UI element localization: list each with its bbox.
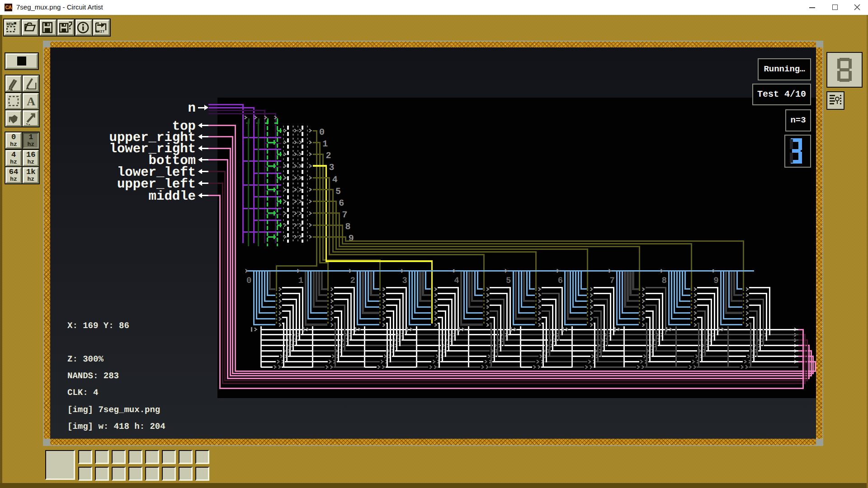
svg-text:9: 9 — [349, 234, 354, 244]
svg-text:4: 4 — [332, 175, 338, 185]
svg-text:n: n — [188, 101, 196, 116]
svg-text:Z: 300%: Z: 300% — [67, 354, 104, 364]
svg-text:8: 8 — [661, 276, 666, 286]
svg-text:1: 1 — [322, 139, 328, 150]
svg-text:5: 5 — [335, 187, 341, 197]
svg-text:3: 3 — [329, 163, 335, 173]
svg-text:8: 8 — [345, 222, 351, 232]
svg-text:5: 5 — [506, 276, 511, 286]
svg-text:[img] 7seg_mux.png: [img] 7seg_mux.png — [67, 405, 160, 415]
svg-text:2: 2 — [350, 276, 355, 286]
svg-text:6: 6 — [339, 198, 344, 209]
svg-text:6: 6 — [558, 276, 563, 286]
svg-text:middle: middle — [149, 189, 196, 204]
svg-text:X: 169 Y: 86: X: 169 Y: 86 — [67, 321, 129, 331]
svg-text:NANDS: 283: NANDS: 283 — [67, 371, 119, 381]
svg-text:1: 1 — [298, 276, 303, 286]
svg-text:7: 7 — [610, 276, 615, 286]
svg-text:EXIT: EXIT — [96, 29, 104, 33]
svg-text:A: A — [27, 95, 35, 108]
svg-text:0: 0 — [246, 276, 251, 286]
svg-text:9: 9 — [713, 276, 718, 286]
svg-text:3: 3 — [402, 276, 407, 286]
svg-text:0: 0 — [319, 127, 325, 138]
svg-text:4: 4 — [454, 276, 459, 286]
svg-text:CLK: 4: CLK: 4 — [67, 388, 98, 398]
svg-text:7: 7 — [342, 210, 347, 221]
svg-text:2: 2 — [326, 151, 331, 161]
svg-text:[img] w: 418 h: 204: [img] w: 418 h: 204 — [67, 422, 165, 432]
